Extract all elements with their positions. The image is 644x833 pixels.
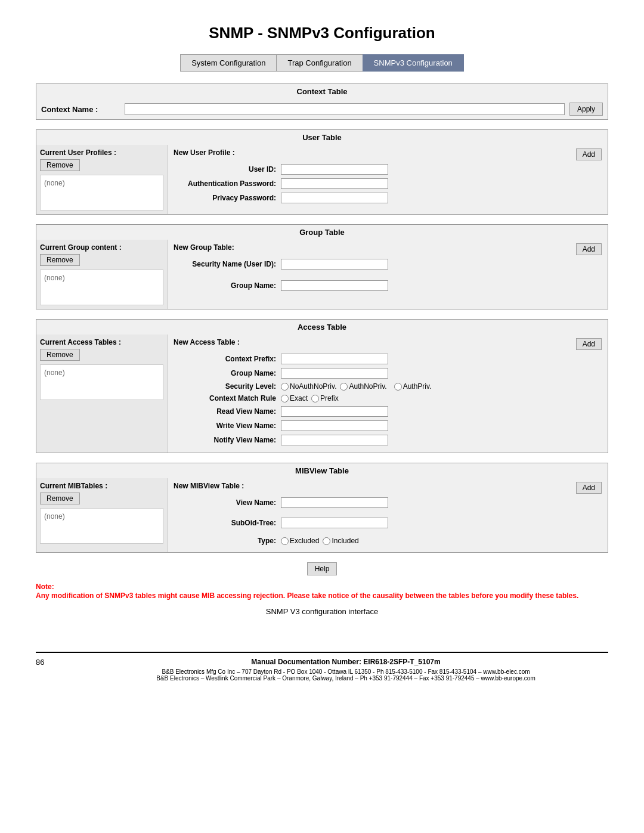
radio-excluded-label: Excluded (290, 537, 319, 545)
security-level-label: Security Level: (174, 382, 281, 391)
access-group-name-row: Group Name: (174, 368, 602, 379)
group-add-button[interactable]: Add (576, 243, 602, 255)
help-button[interactable]: Help (307, 562, 338, 575)
radio-no-auth-no-priv-input[interactable] (281, 383, 289, 391)
new-group-table-label: New Group Table: (174, 243, 234, 252)
context-prefix-row: Context Prefix: (174, 354, 602, 364)
radio-auth-priv-input[interactable] (394, 383, 402, 391)
tab-snmpv3-configuration[interactable]: SNMPv3 Configuration (363, 54, 464, 72)
radio-exact-input[interactable] (281, 395, 289, 402)
security-level-options: NoAuthNoPriv. AuthNoPriv. AuthPriv. (281, 382, 431, 391)
group-table-inner: Current Group content : Remove (none) Ne… (36, 240, 608, 309)
new-user-profile-label: New User Profile : (174, 148, 235, 157)
auth-password-input[interactable] (281, 178, 388, 189)
context-table-title: Context Table (36, 84, 608, 99)
group-remove-button[interactable]: Remove (40, 254, 80, 266)
radio-included-label: Included (332, 537, 358, 545)
context-name-input[interactable] (125, 103, 565, 115)
write-view-input[interactable] (281, 420, 388, 431)
mibview-add-button[interactable]: Add (576, 482, 602, 494)
user-remove-button[interactable]: Remove (40, 159, 80, 171)
current-access-tables-label: Current Access Tables : (40, 338, 163, 346)
access-add-button[interactable]: Add (576, 338, 602, 350)
user-right-panel: New User Profile : Add User ID: Authenti… (168, 145, 608, 214)
page-number: 86 (36, 658, 44, 667)
auth-password-row: Authentication Password: (174, 178, 602, 189)
security-name-row: Security Name (User ID): (174, 259, 602, 270)
priv-password-input[interactable] (281, 193, 388, 203)
read-view-row: Read View Name: (174, 406, 602, 417)
type-row: Type: Excluded Included (174, 537, 602, 545)
footer-address-us: B&B Electronics Mfg Co Inc – 707 Dayton … (83, 668, 608, 675)
priv-password-row: Privacy Password: (174, 193, 602, 203)
access-remove-button[interactable]: Remove (40, 349, 80, 361)
group-table-title: Group Table (36, 225, 608, 240)
radio-included[interactable]: Included (323, 537, 358, 545)
suboid-tree-input[interactable] (281, 518, 388, 528)
footer-row: 86 Manual Documentation Number: EIR618-2… (36, 658, 608, 682)
mibview-remove-button[interactable]: Remove (40, 493, 80, 504)
group-name-label: Group Name: (174, 281, 281, 290)
access-list-area: (none) (40, 364, 163, 400)
group-right-panel: New Group Table: Add Security Name (User… (168, 240, 608, 309)
read-view-input[interactable] (281, 406, 388, 417)
group-name-input[interactable] (281, 280, 388, 291)
radio-excluded-input[interactable] (281, 537, 289, 545)
security-level-row: Security Level: NoAuthNoPriv. AuthNoPriv… (174, 382, 602, 391)
radio-exact[interactable]: Exact (281, 394, 308, 402)
radio-prefix-label: Prefix (320, 394, 339, 402)
footer-address-eu: B&B Electronics – Westlink Commercial Pa… (83, 675, 608, 682)
access-right-panel: New Access Table : Add Context Prefix: G… (168, 335, 608, 453)
radio-no-auth-no-priv[interactable]: NoAuthNoPriv. (281, 382, 336, 391)
footer-page-number: 86 (36, 658, 83, 667)
radio-prefix[interactable]: Prefix (311, 394, 339, 402)
read-view-label: Read View Name: (174, 407, 281, 416)
context-name-label: Context Name : (41, 105, 125, 114)
group-left-panel: Current Group content : Remove (none) (36, 240, 168, 309)
context-prefix-input[interactable] (281, 354, 388, 364)
context-row: Context Name : Apply (36, 99, 608, 119)
user-add-button[interactable]: Add (576, 148, 602, 160)
group-list-none: (none) (44, 274, 65, 282)
current-mibtables-label: Current MIBTables : (40, 482, 163, 490)
radio-auth-no-priv[interactable]: AuthNoPriv. (340, 382, 386, 391)
mibview-left-panel: Current MIBTables : Remove (none) (36, 478, 168, 552)
apply-button[interactable]: Apply (569, 103, 603, 116)
radio-included-input[interactable] (323, 537, 330, 545)
mibview-table-section: MIBView Table Current MIBTables : Remove… (36, 463, 608, 553)
write-view-row: Write View Name: (174, 420, 602, 431)
user-id-input[interactable] (281, 164, 388, 175)
user-table-title: User Table (36, 130, 608, 145)
access-list-none: (none) (44, 368, 65, 377)
context-match-options: Exact Prefix (281, 394, 339, 402)
note-section: Note: Any modification of SNMPv3 tables … (36, 583, 608, 601)
subtitle: SNMP V3 configuration interface (36, 607, 608, 616)
suboid-tree-row: SubOid-Tree: (174, 518, 602, 528)
help-btn-row: Help (36, 562, 608, 575)
user-id-row: User ID: (174, 164, 602, 175)
footer-main: Manual Documentation Number: EIR618-2SFP… (83, 658, 608, 682)
view-name-input[interactable] (281, 497, 388, 508)
current-user-profiles-label: Current User Profiles : (40, 148, 163, 157)
tab-trap-configuration[interactable]: Trap Configuration (276, 54, 362, 72)
write-view-label: Write View Name: (174, 422, 281, 430)
context-table-section: Context Table Context Name : Apply (36, 83, 608, 120)
radio-auth-priv[interactable]: AuthPriv. (394, 382, 432, 391)
access-group-name-input[interactable] (281, 368, 388, 379)
group-table-section: Group Table Current Group content : Remo… (36, 224, 608, 309)
auth-password-label: Authentication Password: (174, 179, 281, 188)
radio-excluded[interactable]: Excluded (281, 537, 319, 545)
tab-system-configuration[interactable]: System Configuration (180, 54, 276, 72)
access-table-section: Access Table Current Access Tables : Rem… (36, 319, 608, 453)
view-name-label: View Name: (174, 498, 281, 507)
radio-auth-priv-label: AuthPriv. (403, 382, 432, 391)
notify-view-input[interactable] (281, 435, 388, 445)
radio-no-auth-no-priv-label: NoAuthNoPriv. (290, 382, 336, 391)
note-title: Note: (36, 583, 608, 591)
security-name-input[interactable] (281, 259, 388, 270)
view-name-row: View Name: (174, 497, 602, 508)
user-table-inner: Current User Profiles : Remove (none) Ne… (36, 145, 608, 214)
radio-prefix-input[interactable] (311, 395, 319, 402)
radio-auth-no-priv-input[interactable] (340, 383, 348, 391)
context-match-label: Context Match Rule (174, 394, 281, 402)
